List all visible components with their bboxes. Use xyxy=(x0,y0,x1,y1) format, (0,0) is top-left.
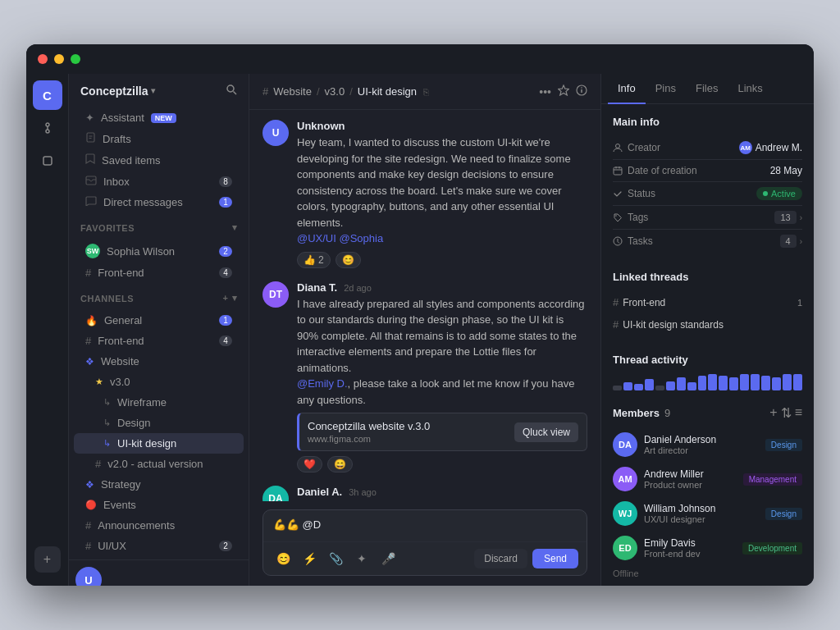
sidebar-item-inbox[interactable]: Inbox 8 xyxy=(74,171,244,192)
sub-icon: ↳ xyxy=(103,397,111,408)
linked-thread-uikit[interactable]: # UI-kit design standards xyxy=(613,313,802,336)
message-list: U Unknown Hey team, I wanted to discuss … xyxy=(249,110,600,501)
sidebar-item-saved[interactable]: Saved items xyxy=(74,149,244,171)
send-button[interactable]: Send xyxy=(532,549,578,568)
chat-header-actions: ••• xyxy=(539,84,587,98)
reaction-smile[interactable]: 😊 xyxy=(336,252,361,268)
sidebar-item-v3[interactable]: ★ v3.0 xyxy=(74,372,244,392)
favorites-actions[interactable]: ▾ xyxy=(232,222,238,233)
right-panel: Info Pins Files Links Main info Creator … xyxy=(600,74,814,586)
tab-info[interactable]: Info xyxy=(608,74,646,104)
svg-line-21 xyxy=(618,242,619,244)
msg-reactions-diana: ❤️ 😄 xyxy=(297,456,587,472)
sidebar-item-v2[interactable]: # v2.0 - actual version xyxy=(74,454,244,474)
add-member-button[interactable]: + xyxy=(769,405,777,421)
reaction-heart[interactable]: ❤️ xyxy=(297,456,322,472)
more-options-button[interactable]: ••• xyxy=(539,85,551,98)
sidebar-item-general[interactable]: 🔥 General 1 xyxy=(74,310,244,331)
member-item-daniel[interactable]: DA Daniel Anderson Art director Design xyxy=(601,427,814,462)
general-badge: 1 xyxy=(219,315,232,326)
sub-icon-uikit: ↳ xyxy=(103,438,111,449)
main-info-title: Main info xyxy=(613,116,802,128)
icon-bar-item-git[interactable] xyxy=(33,113,62,143)
sidebar-item-events[interactable]: 🔴 Events xyxy=(74,495,244,515)
icon-bar: C + xyxy=(26,74,69,586)
maximize-button[interactable] xyxy=(71,54,80,64)
quick-view-button[interactable]: Qluck view xyxy=(514,422,578,442)
tasks-icon xyxy=(613,236,623,246)
members-filter-button[interactable]: ⇅ xyxy=(781,405,792,421)
sidebar-item-wireframe[interactable]: ↳ Wireframe xyxy=(74,392,244,413)
member-item-william[interactable]: WJ William Johnson UX/UI designer Design xyxy=(601,496,814,531)
emoji-button[interactable]: 😊 xyxy=(272,547,294,570)
tab-files[interactable]: Files xyxy=(686,74,728,104)
hash-icon-ann: # xyxy=(85,519,91,532)
sidebar-item-assistant[interactable]: ✦ Assistant NEW xyxy=(74,107,244,128)
input-toolbar: 😊 ⚡ 📎 ✦ 🎤 Discard Send xyxy=(263,541,587,575)
add-workspace-button[interactable]: + xyxy=(34,546,61,573)
close-button[interactable] xyxy=(38,54,48,64)
search-button[interactable] xyxy=(226,84,237,98)
linked-thread-frontend[interactable]: # Front-end 1 xyxy=(613,291,802,313)
reaction-laugh[interactable]: 😄 xyxy=(327,456,353,472)
msg-content-daniel: Daniel A. 3h ago Okay, keep me updated. … xyxy=(297,486,587,501)
msg-mention-emily[interactable]: @Emily D. xyxy=(297,377,348,390)
mic-button[interactable]: 🎤 xyxy=(377,547,399,570)
star-button[interactable] xyxy=(558,84,569,98)
tab-links[interactable]: Links xyxy=(728,74,772,104)
main-layout: C + Conceptzilla ▾ xyxy=(26,74,814,586)
icon-bar-item-box[interactable] xyxy=(33,146,62,176)
sidebar-item-strategy[interactable]: ❖ Strategy xyxy=(74,474,244,495)
channels-actions[interactable]: +▾ xyxy=(223,293,237,304)
lightning-button[interactable]: ⚡ xyxy=(298,547,321,570)
members-more-button[interactable]: ≡ xyxy=(795,405,802,421)
user-avatar[interactable]: U xyxy=(75,567,102,586)
sidebar-item-uikit[interactable]: ↳ UI-kit design xyxy=(74,433,244,454)
member-tag-design: Design xyxy=(765,439,802,451)
sidebar-item-announcements[interactable]: # Announcements xyxy=(74,515,244,536)
discard-button[interactable]: Discard xyxy=(474,549,527,568)
svg-point-18 xyxy=(615,215,617,217)
direct-icon xyxy=(85,196,97,208)
sidebar-item-direct[interactable]: Direct messages 1 xyxy=(74,192,244,212)
chat-input-box: 💪💪 @D 😊 ⚡ 📎 ✦ 🎤 Discard Send xyxy=(262,509,587,576)
bar-16 xyxy=(772,377,781,390)
menu-section: ✦ Assistant NEW Drafts Saved items xyxy=(69,104,249,216)
attach-button[interactable]: 📎 xyxy=(324,547,347,570)
sidebar-item-design[interactable]: ↳ Design xyxy=(74,413,244,433)
bar-6 xyxy=(666,381,675,390)
direct-badge: 1 xyxy=(219,197,232,208)
sidebar-item-frontend-fav[interactable]: # Front-end 4 xyxy=(74,262,244,283)
sidebar: Conceptzilla ▾ ✦ Assistant NEW xyxy=(69,74,249,586)
sidebar-item-sophia[interactable]: SW Sophia Wilson 2 xyxy=(74,240,244,262)
sidebar-item-uiux[interactable]: # UI/UX 2 xyxy=(74,536,244,556)
svg-point-13 xyxy=(616,144,620,148)
sidebar-item-website[interactable]: ❖ Website xyxy=(74,351,244,372)
right-panel-tabs: Info Pins Files Links xyxy=(601,74,814,104)
breadcrumb: # Website / v3.0 / UI-kit design ⎘ xyxy=(262,85,429,98)
hash-icon-v2: # xyxy=(95,458,101,470)
info-button[interactable] xyxy=(576,84,587,98)
titlebar xyxy=(26,44,814,74)
message-input[interactable]: 💪💪 @D xyxy=(263,510,587,541)
minimize-button[interactable] xyxy=(54,54,64,64)
tags-count: 13 xyxy=(774,211,796,224)
sidebar-item-frontend[interactable]: # Front-end 4 xyxy=(74,331,244,351)
tab-pins[interactable]: Pins xyxy=(646,74,686,104)
msg-content: Unknown Hey team, I wanted to discuss th… xyxy=(297,120,587,268)
favorites-header: Favorites ▾ xyxy=(69,216,249,236)
icon-bar-item-c[interactable]: C xyxy=(33,80,62,110)
member-item-emily[interactable]: ED Emily Davis Front-end dev Development xyxy=(601,531,814,565)
reaction-thumbs[interactable]: 👍 2 xyxy=(297,252,331,268)
member-item-andrew[interactable]: AM Andrew Miller Product owner Managemen… xyxy=(601,462,814,496)
member-item-sophia[interactable]: SW Sophia Wilson xyxy=(601,582,814,586)
info-row-tasks: Tasks 4 › xyxy=(613,230,802,253)
sidebar-item-drafts[interactable]: Drafts xyxy=(74,128,244,149)
workspace-name[interactable]: Conceptzilla ▾ xyxy=(80,84,155,98)
svg-marker-9 xyxy=(559,85,569,95)
msg-mention[interactable]: @UX/UI @Sophia xyxy=(297,232,383,244)
bar-8 xyxy=(687,382,696,390)
sparkle-button[interactable]: ✦ xyxy=(350,547,373,570)
new-badge: NEW xyxy=(151,113,176,123)
creator-value: AM Andrew M. xyxy=(739,141,802,154)
